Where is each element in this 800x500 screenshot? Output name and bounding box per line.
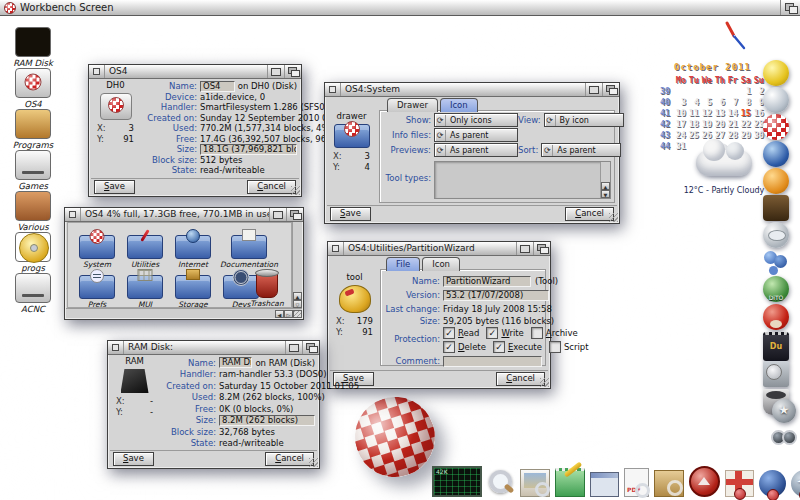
tab-icon[interactable]: Icon [440,98,478,112]
drawer-item-system[interactable]: System [74,235,120,269]
scroll-down-arrow[interactable]: ▽ [293,300,302,308]
zoom-gadget-icon[interactable] [585,83,602,96]
dock-goggles-icon[interactable] [772,424,796,444]
drawer-item-documentation[interactable]: Documentation [218,235,280,269]
show-cycle[interactable]: Only icons [434,113,518,127]
zoom-gadget-icon[interactable] [267,65,284,78]
screen-titlebar[interactable]: Workbench Screen [0,0,800,16]
screen-depth-gadget[interactable] [780,0,800,15]
name-input[interactable]: PartitionWizard [443,276,531,287]
dock-molecules-icon[interactable] [763,249,789,275]
dock-scope-icon[interactable]: 42K [432,466,482,497]
size-input[interactable]: 8.2M (262 blocks) [219,415,315,426]
desktop-icon-games[interactable]: Games [5,150,61,191]
dock-blue-globe-icon[interactable] [763,141,789,167]
window-titlebar[interactable]: OS4:Utilities/PartitionWizard [328,242,550,256]
info-files-cycle[interactable]: As parent [434,128,518,142]
dock-silver-ball-icon[interactable] [763,87,789,113]
close-gadget-icon[interactable] [108,341,124,354]
scroll-down-arrow[interactable]: ▼ [601,190,610,198]
depth-gadget-icon[interactable] [284,65,301,78]
dock-green-globe-icon[interactable]: DiTO [763,276,789,302]
depth-gadget-icon[interactable] [602,83,619,96]
desktop-icon-various[interactable]: Various [5,191,61,232]
version-input[interactable]: 53.2 (17/07/2008) [443,290,549,301]
resize-grip[interactable] [291,186,300,195]
close-gadget-icon[interactable] [328,242,344,255]
scroll-up-arrow[interactable]: ▲ [293,292,302,300]
dock-pdf-icon[interactable] [624,468,649,497]
dock-orange-ball-icon[interactable] [763,168,789,194]
checkbox-write[interactable]: ✓ [486,327,498,339]
view-cycle[interactable]: By icon [544,113,624,127]
save-button[interactable]: Save [113,452,154,466]
checkbox-read[interactable]: ✓ [443,327,455,339]
cancel-button[interactable]: Cancel [247,180,296,194]
dock-gift-icon[interactable] [725,470,754,497]
dock-notepad-icon[interactable] [555,468,585,497]
zoom-gadget-icon[interactable] [516,242,533,255]
dock-image-viewer-icon[interactable] [520,469,550,497]
scroll-left-arrow[interactable]: ◀ [275,310,284,318]
checkbox-delete[interactable]: ✓ [443,341,455,353]
desktop-icon-os4[interactable]: OS4 [5,68,61,109]
dock-search-icon[interactable] [487,469,515,497]
resize-grip[interactable] [293,310,302,318]
zoom-gadget-icon[interactable] [285,341,302,354]
tooltypes-listbox[interactable]: ▲ ▼ [434,161,611,199]
depth-gadget-icon[interactable] [302,341,319,354]
desktop-icon-programs[interactable]: Programs [5,109,61,150]
dock-red-bird-icon[interactable] [763,304,789,330]
zoom-gadget-icon[interactable] [269,208,286,221]
drawer-item-utilities[interactable]: Utilities [122,235,168,269]
desktop-icon-acnc[interactable]: ACNC [5,273,61,314]
drawer-item-prefs[interactable]: Prefs [74,275,120,309]
vertical-scrollbar[interactable]: ▲ ▽ [292,222,302,308]
horizontal-scrollbar[interactable]: ◀ ▷ [66,308,302,318]
dock-disc-drive-icon[interactable] [763,361,789,387]
previews-cycle[interactable]: As parent [434,143,518,157]
tab-file[interactable]: File [386,257,420,271]
cancel-button[interactable]: Cancel [565,207,614,221]
checkbox-execute[interactable]: ✓ [493,341,505,353]
window-titlebar[interactable]: OS4:System [325,83,619,97]
window-titlebar[interactable]: OS4 4% full, 17.3GB free, 770.1MB in use [65,208,303,222]
window-titlebar[interactable]: RAM Disk: [108,341,319,355]
desktop-icon-ram-disk[interactable]: RAM Disk [5,27,61,68]
size-input[interactable]: 18.1G (37,969,821 blocks) [200,144,297,155]
dock-updater-icon[interactable] [689,466,720,497]
depth-gadget-icon[interactable] [286,208,303,221]
close-gadget-icon[interactable] [325,83,341,96]
listbox-scrollbar[interactable]: ▲ ▼ [600,162,610,198]
resize-grip[interactable] [309,458,318,467]
dock-blue-ball-icon[interactable] [759,470,786,497]
dock-boing-ball-icon[interactable] [763,114,789,140]
name-input[interactable]: OS4 [200,81,235,92]
name-input[interactable]: RAM Disk [219,357,252,368]
window-titlebar[interactable]: OS4 [89,65,301,79]
resize-grip[interactable] [609,213,618,222]
tab-icon[interactable]: Icon [422,257,460,271]
dock-pointer-ball-icon[interactable] [791,470,800,497]
cancel-button[interactable]: Cancel [265,452,314,466]
desktop-icon-progs[interactable]: progs [5,232,61,273]
checkbox-archive[interactable] [531,327,543,339]
cancel-button[interactable]: Cancel [496,372,545,386]
drawer-item-internet[interactable]: Internet [170,235,216,269]
drawer-item-mui[interactable]: MUI [122,275,168,309]
resize-grip[interactable] [540,378,549,387]
drawer-item-storage[interactable]: Storage [170,275,216,309]
scroll-up-arrow[interactable]: ▲ [601,182,610,190]
dock-yellow-ball-icon[interactable] [763,60,789,86]
comment-input[interactable] [443,356,542,367]
close-gadget-icon[interactable] [65,208,81,221]
save-button[interactable]: Save [330,207,371,221]
dock-movie-icon[interactable]: Du [763,332,789,361]
sort-cycle[interactable]: As parent [541,143,621,157]
tab-drawer[interactable]: Drawer [387,98,438,112]
dock-file-browser-icon[interactable] [654,470,684,497]
close-gadget-icon[interactable] [89,65,105,78]
dock-star-ball-icon[interactable] [772,399,796,423]
drawer-item-trashcan[interactable]: Trashcan [244,271,290,308]
checkbox-script[interactable] [549,341,561,353]
